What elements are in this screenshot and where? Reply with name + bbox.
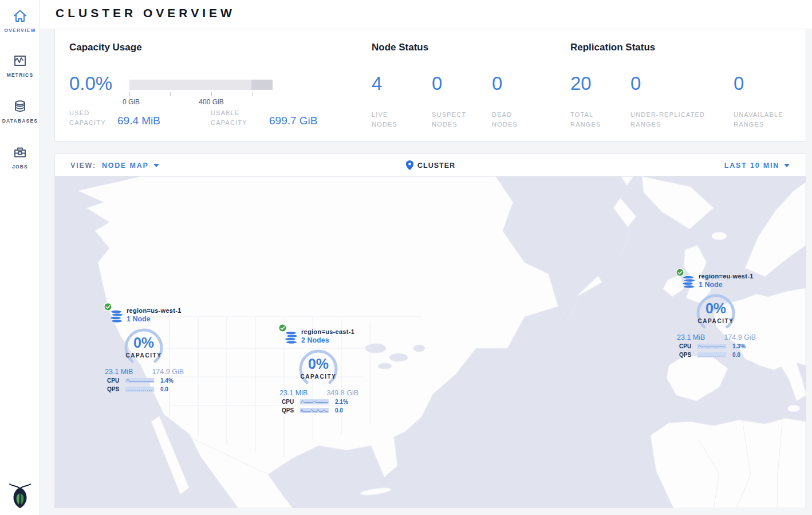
node-map[interactable]: region=us-west-1 1 Node 0% CAPACITY 23.1… (55, 176, 806, 508)
view-label: VIEW: (70, 162, 96, 170)
database-icon (12, 99, 28, 115)
view-selector-dropdown[interactable]: NODE MAP (102, 162, 159, 170)
capacity-donut: 0% CAPACITY (123, 327, 164, 368)
under-replicated-ranges-count: 0 (630, 73, 728, 95)
locality-usable-capacity: 174.9 GiB (152, 368, 184, 376)
cluster-summary-panel: Capacity Usage 0.0% 0 GiB 400 GiB USED C… (54, 29, 806, 141)
sidebar-item-label: METRICS (0, 72, 40, 78)
cpu-label: CPU (107, 378, 123, 384)
sidebar-item-label: DATABASES (0, 118, 40, 124)
qps-sparkline (695, 352, 728, 357)
node-status-title: Node Status (372, 42, 428, 53)
locality-used-capacity: 23.1 MiB (105, 368, 133, 376)
locality-usable-capacity: 349.8 GiB (326, 389, 358, 397)
locality-database-icon (110, 310, 124, 323)
capacity-axis-tick (253, 92, 253, 96)
view-bar: VIEW: NODE MAP CLUSTER LAST 10 MIN (55, 154, 806, 176)
qps-sparkline (123, 387, 156, 392)
unavailable-ranges-count: 0 (734, 73, 802, 95)
sidebar-item-jobs[interactable]: JOBS (0, 144, 40, 170)
briefcase-icon (12, 144, 28, 160)
sidebar-item-label: JOBS (0, 164, 40, 170)
total-ranges-label: TOTAL RANGES (570, 110, 610, 129)
locality-used-capacity: 23.1 MiB (677, 333, 705, 341)
chevron-down-icon (784, 164, 790, 167)
sidebar-item-databases[interactable]: DATABASES (0, 99, 40, 124)
cpu-sparkline (298, 399, 331, 404)
replication-status-title: Replication Status (570, 42, 655, 53)
map-pin-icon (405, 160, 413, 170)
sidebar-item-overview[interactable]: OVERVIEW (0, 8, 40, 33)
map-breadcrumb[interactable]: CLUSTER (405, 154, 455, 176)
capacity-axis-label: 400 GiB (199, 98, 223, 106)
total-ranges-count: 20 (570, 73, 628, 95)
qps-sparkline (298, 408, 331, 413)
cpu-sparkline (695, 344, 728, 349)
sidebar-item-label: OVERVIEW (0, 27, 40, 33)
page-title: CLUSTER OVERVIEW (56, 6, 235, 20)
capacity-label: CAPACITY (684, 318, 748, 324)
capacity-percent: 0% (695, 300, 736, 317)
locality-node-count: 1 Node (699, 281, 723, 289)
unavailable-ranges-label: UNAVAILABLE RANGES (734, 110, 798, 129)
dead-nodes-label: DEAD NODES (492, 110, 527, 129)
time-range-value: LAST 10 MIN (724, 162, 779, 170)
chevron-down-icon (153, 164, 159, 167)
usable-capacity-label: USABLE CAPACITY (211, 108, 269, 128)
time-range-dropdown[interactable]: LAST 10 MIN (724, 154, 790, 176)
capacity-bar-reserved-segment (251, 80, 273, 90)
live-nodes-label: LIVE NODES (372, 110, 407, 129)
capacity-label: CAPACITY (286, 374, 350, 380)
locality-name: region=us-west-1 (127, 307, 182, 314)
locality-marker-eu-west-1[interactable]: region=eu-west-1 1 Node 0% CAPACITY 23.1… (676, 268, 756, 359)
locality-node-count: 2 Nodes (301, 336, 329, 344)
capacity-used-percent: 0.0% (69, 73, 112, 95)
sidebar: OVERVIEW METRICS DATABASES (0, 0, 40, 515)
cockroachdb-logo[interactable] (8, 482, 32, 511)
locality-name: region=us-east-1 (301, 328, 354, 335)
home-icon (12, 8, 28, 24)
capacity-percent: 0% (123, 335, 164, 351)
used-capacity-label: USED CAPACITY (69, 108, 117, 128)
capacity-donut: 0% CAPACITY (695, 293, 736, 334)
cpu-label: CPU (282, 399, 298, 405)
capacity-percent: 0% (298, 356, 339, 372)
suspect-nodes-count: 0 (432, 73, 489, 95)
locality-used-capacity: 23.1 MiB (279, 389, 308, 397)
cpu-sparkline (123, 378, 156, 383)
cluster-overview-page: OVERVIEW METRICS DATABASES (0, 0, 812, 515)
locality-node-count: 1 Node (127, 315, 151, 323)
used-capacity-value: 69.4 MiB (117, 115, 160, 127)
qps-value: 0.0 (732, 352, 740, 358)
locality-marker-us-west-1[interactable]: region=us-west-1 1 Node 0% CAPACITY 23.1… (104, 302, 184, 394)
metrics-graph-icon (12, 53, 28, 69)
capacity-axis-tick (129, 92, 130, 96)
capacity-donut: 0% CAPACITY (298, 348, 339, 390)
live-nodes-count: 4 (372, 73, 429, 95)
qps-label: QPS (107, 386, 123, 392)
view-selector-value: NODE MAP (102, 162, 149, 170)
qps-label: QPS (282, 407, 298, 414)
cpu-label: CPU (679, 343, 695, 349)
cpu-value: 2.1% (335, 399, 348, 405)
locality-database-icon (682, 276, 696, 289)
capacity-usage-title: Capacity Usage (69, 42, 142, 53)
suspect-nodes-label: SUSPECT NODES (432, 110, 473, 129)
locality-name: region=eu-west-1 (699, 273, 754, 280)
cpu-value: 1.4% (160, 378, 174, 384)
locality-marker-us-east-1[interactable]: region=us-east-1 2 Nodes 0% CAPACITY 23.… (278, 323, 358, 415)
node-map-panel: VIEW: NODE MAP CLUSTER LAST 10 MIN (54, 154, 806, 508)
sidebar-item-metrics[interactable]: METRICS (0, 53, 40, 78)
dead-nodes-count: 0 (492, 73, 549, 95)
capacity-label: CAPACITY (112, 352, 176, 359)
capacity-axis-tick (170, 92, 171, 96)
usable-capacity-value: 699.7 GiB (269, 115, 318, 127)
capacity-axis-tick (211, 92, 212, 96)
capacity-axis-label: 0 GiB (123, 98, 140, 106)
capacity-bar (129, 80, 273, 90)
locality-database-icon (285, 331, 298, 344)
cpu-value: 1.3% (732, 343, 746, 349)
locality-usable-capacity: 174.9 GiB (724, 333, 756, 341)
cockroach-bug-icon (8, 482, 32, 509)
qps-label: QPS (679, 352, 695, 358)
